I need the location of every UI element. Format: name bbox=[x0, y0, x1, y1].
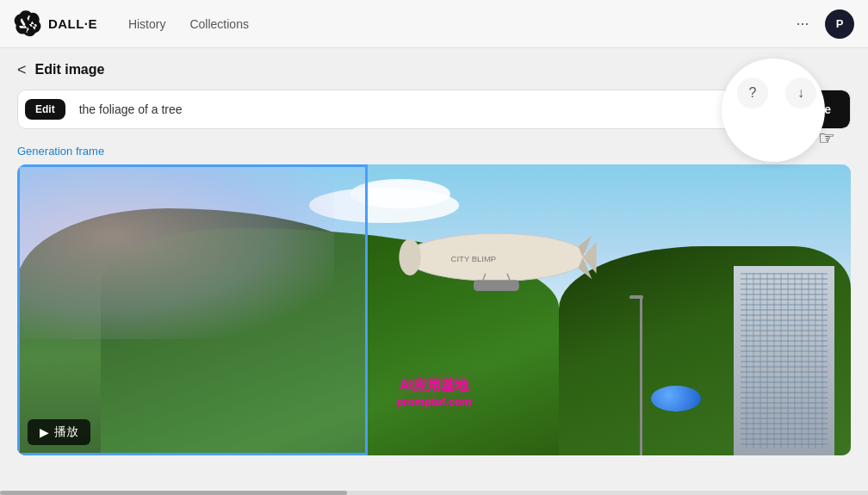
blimp: CITY BLIMP bbox=[350, 228, 642, 301]
edit-header: < Edit image bbox=[17, 62, 851, 77]
play-icon: ▶ bbox=[40, 425, 49, 439]
app-name-label: DALL·E bbox=[48, 16, 97, 31]
more-options-button[interactable]: ··· bbox=[789, 10, 816, 38]
image-canvas[interactable]: CITY BLIMP AI应用基地 promptof.com ▶ 播放 bbox=[17, 164, 851, 455]
prompt-input[interactable] bbox=[72, 102, 760, 116]
avatar[interactable]: P bbox=[825, 9, 854, 39]
building-windows bbox=[741, 273, 827, 449]
play-label: 播放 bbox=[54, 424, 78, 440]
svg-text:CITY BLIMP: CITY BLIMP bbox=[451, 254, 497, 263]
building bbox=[734, 266, 834, 455]
edit-badge[interactable]: Edit bbox=[25, 99, 65, 120]
download-button[interactable]: ↓ bbox=[785, 77, 816, 108]
header-actions: ··· P bbox=[789, 9, 854, 39]
openai-logo-icon bbox=[14, 10, 41, 38]
svg-point-0 bbox=[406, 234, 587, 282]
back-button[interactable]: < bbox=[17, 62, 27, 77]
generation-frame-label: Generation frame bbox=[17, 145, 851, 158]
play-button[interactable]: ▶ 播放 bbox=[28, 419, 90, 445]
bottom-scrollbar[interactable] bbox=[0, 491, 868, 495]
svg-point-1 bbox=[400, 239, 421, 275]
blue-sphere bbox=[651, 386, 701, 411]
nav-tabs: History Collections bbox=[118, 12, 259, 36]
edit-image-title: Edit image bbox=[35, 62, 105, 77]
scrollbar-thumb bbox=[0, 491, 347, 495]
logo-area: DALL·E bbox=[14, 10, 97, 38]
tab-history[interactable]: History bbox=[118, 12, 177, 36]
svg-rect-5 bbox=[474, 281, 519, 292]
app-header: DALL·E History Collections ··· P bbox=[0, 0, 868, 48]
cloud-2 bbox=[350, 179, 450, 208]
help-button[interactable]: ? bbox=[737, 77, 768, 108]
tab-collections[interactable]: Collections bbox=[179, 12, 258, 36]
selection-glow-overlay bbox=[17, 164, 334, 339]
street-lamp bbox=[640, 295, 642, 455]
action-circle-panel: ? ↓ bbox=[722, 59, 825, 162]
